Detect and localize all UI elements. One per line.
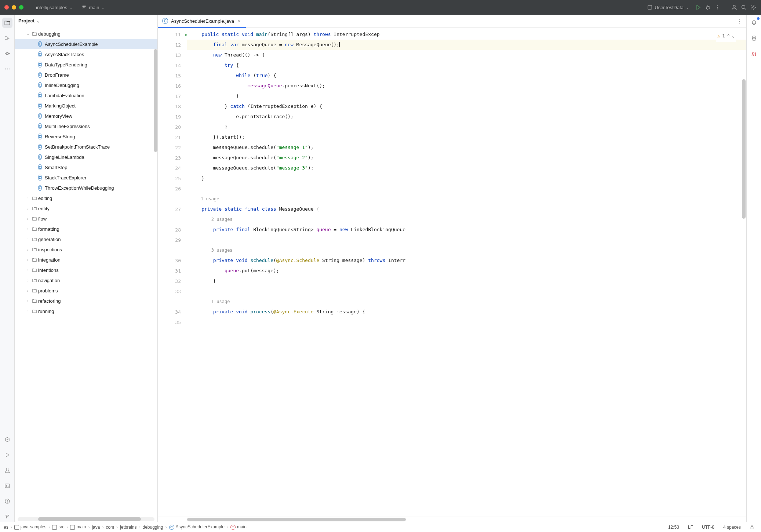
right-tool-rail: m [746,15,761,522]
svg-rect-18 [751,527,753,529]
tree-class-AsyncSchedulerExample[interactable]: CAsyncSchedulerExample [15,39,157,49]
tree-folder-refactoring[interactable]: ›refactoring [15,296,157,306]
tree-folder-intentions[interactable]: ›intentions [15,265,157,275]
tree-class-SmartStep[interactable]: CSmartStep [15,162,157,172]
maven-tool-button[interactable]: m [749,48,759,59]
tree-folder-running[interactable]: ›running [15,306,157,316]
crumb-java-samples[interactable]: java-samples [14,524,47,529]
branch-selector[interactable]: main [79,4,108,11]
tree-class-ReverseString[interactable]: CReverseString [15,131,157,142]
more-actions-button[interactable] [714,4,721,11]
editor-tabs: C AsyncSchedulerExample.java × ⋮ [158,15,746,28]
run-config-selector[interactable]: UserTestData [644,4,692,11]
tree-class-SingleLineLambda[interactable]: CSingleLineLambda [15,152,157,162]
terminal-tool-button[interactable] [2,481,12,491]
tree-folder-integration[interactable]: ›integration [15,255,157,265]
tab-more-button[interactable]: ⋮ [733,15,746,28]
structure-tool-button[interactable] [2,33,12,43]
caret-position[interactable]: 12:53 [665,525,682,530]
code-content[interactable]: ⚠ 1 ⌃ ⌄ public static void main(String[]… [187,28,746,517]
svg-rect-15 [5,484,10,488]
encoding[interactable]: UTF-8 [699,525,717,530]
debug-button[interactable] [704,4,711,11]
line-ending[interactable]: LF [685,525,696,530]
tree-class-DataTypeRendering[interactable]: CDataTypeRendering [15,59,157,70]
editor-area: C AsyncSchedulerExample.java × ⋮ 1112131… [158,15,746,522]
project-panel: Project ⌄debuggingCAsyncSchedulerExample… [15,15,158,522]
tree-class-MultiLineExpressions[interactable]: CMultiLineExpressions [15,121,157,131]
project-tree-vscroll[interactable] [154,49,157,152]
close-tab-button[interactable]: × [237,18,241,25]
tree-folder-problems[interactable]: ›problems [15,285,157,296]
crumb-main[interactable]: main [70,524,86,529]
close-window-button[interactable] [4,5,9,10]
tree-class-MemoryView[interactable]: CMemoryView [15,111,157,121]
readonly-toggle[interactable] [747,525,757,529]
notifications-button[interactable] [749,18,759,28]
project-tool-button[interactable] [2,18,12,28]
main-area: Project ⌄debuggingCAsyncSchedulerExample… [0,15,761,522]
crumb-debugging[interactable]: debugging [142,525,163,530]
tree-folder-formatting[interactable]: ›formatting [15,224,157,234]
project-panel-header[interactable]: Project [15,15,157,27]
breadcrumb[interactable]: es›java-samples›src›main›java›com›jetbra… [4,524,247,530]
crumb-src[interactable]: src [52,524,64,529]
code-editor[interactable]: 1112131415161718192021222324252627282930… [158,28,746,517]
commit-tool-button[interactable] [2,48,12,59]
crumb-es[interactable]: es [4,525,8,530]
tree-folder-inspections[interactable]: ›inspections [15,244,157,255]
tree-class-ThrowExceptionWhileDebugging[interactable]: CThrowExceptionWhileDebugging [15,183,157,193]
project-tree-hscroll[interactable] [18,517,154,521]
svg-point-2 [717,5,718,6]
svg-point-14 [8,69,9,69]
branch-icon [81,5,87,10]
tree-folder-flow[interactable]: ›flow [15,214,157,224]
tree-folder-entity[interactable]: ›entity [15,203,157,214]
account-button[interactable] [731,4,738,11]
tab-label: AsyncSchedulerExample.java [171,18,234,24]
services-tool-button[interactable] [2,434,12,445]
tree-class-StackTraceExplorer[interactable]: CStackTraceExplorer [15,172,157,183]
run-button[interactable] [695,4,702,11]
search-button[interactable] [740,4,747,11]
prev-problem-button[interactable]: ⌃ [727,31,730,41]
settings-button[interactable] [750,4,757,11]
tree-folder-debugging[interactable]: ⌄debugging [15,29,157,39]
next-problem-button[interactable]: ⌄ [732,31,735,41]
tree-class-InlineDebugging[interactable]: CInlineDebugging [15,80,157,90]
project-tree[interactable]: ⌄debuggingCAsyncSchedulerExampleCAsyncSt… [15,27,157,517]
problems-tool-button[interactable] [2,496,12,506]
tree-folder-generation[interactable]: ›generation [15,234,157,244]
svg-point-5 [733,5,735,7]
tree-class-AsyncStackTraces[interactable]: CAsyncStackTraces [15,49,157,59]
tree-class-DropFrame[interactable]: CDropFrame [15,70,157,80]
crumb-AsyncSchedulerExample[interactable]: CAsyncSchedulerExample [169,524,225,530]
editor-tab-active[interactable]: C AsyncSchedulerExample.java × [158,15,246,28]
vcs-tool-button[interactable] [2,511,12,522]
crumb-jetbrains[interactable]: jetbrains [120,525,136,530]
tree-class-SetBreakpointFromStackTrace[interactable]: CSetBreakpointFromStackTrace [15,142,157,152]
titlebar: intellij-samples main UserTestData [0,0,761,15]
module-icon [647,5,652,10]
crumb-main[interactable]: mmain [230,524,247,530]
gutter[interactable]: 1112131415161718192021222324252627282930… [158,28,187,517]
indent[interactable]: 4 spaces [720,525,744,530]
build-tool-button[interactable] [2,465,12,475]
tree-folder-editing[interactable]: ›editing [15,193,157,203]
database-tool-button[interactable] [749,33,759,43]
project-selector[interactable]: intellij-samples [33,4,76,11]
maximize-window-button[interactable] [19,5,23,10]
tree-folder-navigation[interactable]: ›navigation [15,275,157,285]
crumb-java[interactable]: java [92,525,100,530]
svg-rect-0 [648,6,652,10]
inspection-widget[interactable]: ⚠ 1 ⌃ ⌄ [716,30,736,42]
minimize-window-button[interactable] [12,5,16,10]
tree-class-LambdaEvaluation[interactable]: CLambdaEvaluation [15,90,157,101]
more-tool-button[interactable] [2,64,12,74]
editor-vscroll[interactable] [742,79,746,219]
crumb-com[interactable]: com [106,525,114,530]
svg-point-13 [7,69,7,69]
editor-hscroll[interactable] [158,517,746,522]
tree-class-MarkingObject[interactable]: CMarkingObject [15,101,157,111]
run-tool-button[interactable] [2,450,12,460]
